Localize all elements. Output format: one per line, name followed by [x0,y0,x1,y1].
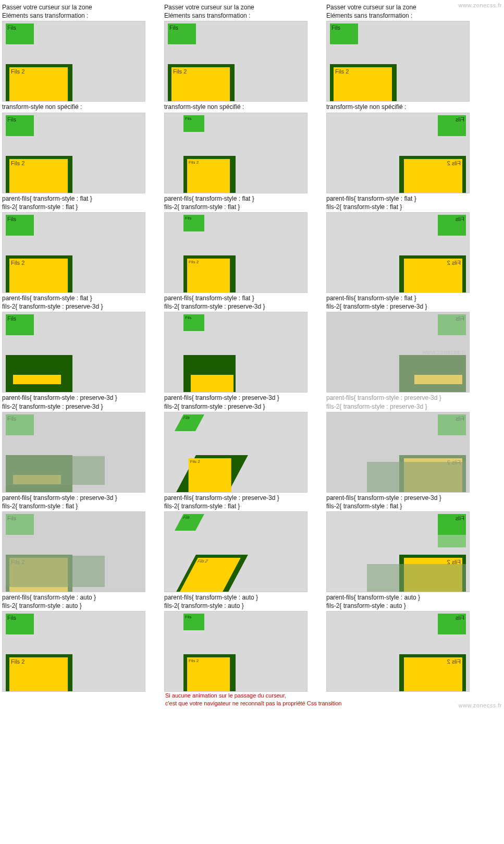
demo-col: parent-fils{ transform-style : preserve-… [326,493,477,592]
demo-stage[interactable]: FilsFils 2 [326,611,470,692]
fils2-box: Fils 2 [183,255,236,293]
fils2-inner: Fils 2 [9,259,68,293]
fils-box: Fils [6,115,34,136]
demo-stage[interactable]: Fils [164,312,308,393]
demo-col: transform-style non spécifié :FilsFils 2 [2,102,153,193]
demo-heading: transform-style non spécifié : [164,103,315,111]
demo-row: parent-fils{ transform-style : flat }fil… [2,193,502,293]
demo-stage[interactable]: FilsFils 2 [2,611,145,692]
fils2-inner: Fils 2 [334,67,392,102]
demo-heading: Passer votre curseur sur la zoneEléments… [164,3,315,20]
fils2-box: Fils 2 [171,555,248,592]
demo-col: Passer votre curseur sur la zoneEléments… [2,2,153,102]
demo-heading: parent-fils{ transform-style : preserve-… [2,394,153,410]
fils-box: Fils [6,614,34,634]
demo-heading: parent-fils{ transform-style : auto }fil… [326,593,477,610]
demo-stage[interactable]: Fils [2,312,145,393]
demo-stage[interactable]: FilsFils 2 [2,113,145,193]
fils-box: Fils [168,23,196,44]
overlay [367,462,466,493]
demo-stage[interactable]: FilsFils 2 [326,21,470,102]
demo-stage[interactable]: FilsFils 2 [326,113,470,193]
demo-stage[interactable]: FilsFils 2 [2,511,145,592]
fils2-box [399,355,466,393]
page-wrapper: { "watermarks":["www.zonecss.fr","www.zo… [0,0,504,710]
fils2-box: Fils 2 [6,156,72,193]
demo-stage[interactable]: FilsFils 2 [164,412,308,493]
demo-heading: Passer votre curseur sur la zoneEléments… [2,3,153,20]
fils-box: Fils [6,23,34,44]
fils2-inner: Fils 2 [9,657,68,692]
demo-heading: Passer votre curseur sur la zoneEléments… [326,3,477,20]
demo-col: parent-fils{ transform-style : flat }fil… [326,193,477,293]
fils2-inner: Fils 2 [187,159,230,193]
fils2-inner: Fils 2 [9,159,68,193]
demo-heading: parent-fils{ transform-style : preserve-… [2,494,153,510]
demo-stage[interactable]: FilsFils 2 [326,412,470,493]
overlay [6,556,105,587]
demo-col: parent-fils{ transform-style : flat }fil… [164,193,315,293]
demo-stage[interactable]: FilsFils 2 [164,21,308,102]
fils2-inner: Fils 2 [404,159,462,193]
fils-box: Fils [6,414,34,435]
demo-row: parent-fils{ transform-style : preserve-… [2,393,502,492]
fils-box: Fils [183,314,204,331]
warning-text: Si aucune animation sur le passage du cu… [165,692,502,707]
demo-heading: transform-style non spécifié : [326,103,477,111]
demo-heading: parent-fils{ transform-style : preserve-… [326,394,477,410]
demo-stage[interactable]: FilsFils 2 [2,212,145,293]
demo-heading: parent-fils{ transform-style : flat }fil… [2,294,153,311]
fils-box: Fils [6,314,34,335]
demo-stage[interactable]: FilsFils 2 [2,21,145,102]
demo-heading: parent-fils{ transform-style : auto }fil… [164,593,315,610]
demo-col: Passer votre curseur sur la zoneEléments… [326,2,477,102]
demo-stage[interactable]: Fils [2,412,145,493]
fils-box: Fils [175,414,204,431]
demo-stage[interactable]: FilsFils 2 [164,212,308,293]
watermark-inline: www.zonecss.fr [423,349,466,355]
demo-col: parent-fils{ transform-style : flat }fil… [2,193,153,293]
demo-col: parent-fils{ transform-style : preserve-… [2,393,153,492]
fils2-box: Fils 2 [399,156,466,193]
fils2-inner: Fils 2 [187,657,230,692]
demo-row: parent-fils{ transform-style : auto }fil… [2,592,502,692]
fils2-inner: Fils 2 [171,67,230,102]
fils2-inner: Fils 2 [179,558,241,592]
demo-col: parent-fils{ transform-style : flat }fil… [326,293,477,393]
fils2-box [6,355,72,393]
fils-box: Fils [438,215,466,236]
demo-col: parent-fils{ transform-style : preserve-… [164,493,315,592]
demo-heading: parent-fils{ transform-style : preserve-… [326,494,477,510]
demo-heading: transform-style non spécifié : [2,103,153,111]
demo-stage[interactable]: FilsFils 2 [164,113,308,193]
fils-box: Fils [438,314,466,335]
fils2-box: Fils 2 [6,255,72,293]
fils2-inner: Fils 2 [404,259,462,293]
demo-row: parent-fils{ transform-style : flat }fil… [2,293,502,393]
fils-box: Fils [438,414,466,435]
demo-row: Passer votre curseur sur la zoneEléments… [2,2,502,102]
demo-col: parent-fils{ transform-style : preserve-… [326,393,477,492]
demo-stage[interactable]: FilsFils 2 [164,611,308,692]
demo-row: parent-fils{ transform-style : preserve-… [2,493,502,592]
fils-box: Fils [183,614,204,630]
fils2-box: Fils 2 [183,654,236,692]
demo-heading: parent-fils{ transform-style : flat }fil… [2,194,153,211]
fils2-inner [191,375,233,393]
fils-box: Fils [183,115,204,132]
overlay [6,456,105,485]
demo-heading: parent-fils{ transform-style : flat }fil… [164,194,315,211]
demo-stage[interactable]: FilsFils 2 [326,511,470,592]
demo-grid: Passer votre curseur sur la zoneEléments… [2,2,502,692]
fils2-inner [414,375,462,384]
demo-stage[interactable]: FilsFils 2 [326,212,470,293]
demo-col: transform-style non spécifié :FilsFils 2 [164,102,315,193]
fils-box: Fils [183,215,204,231]
fils2-box: Fils 2 [171,455,248,493]
demo-stage[interactable]: FilsFils 2 [164,511,308,592]
demo-col: parent-fils{ transform-style : auto }fil… [164,592,315,692]
demo-stage[interactable]: Filswww.zonecss.fr [326,312,470,393]
fils2-box: Fils 2 [183,156,236,193]
demo-col: transform-style non spécifié :FilsFils 2 [326,102,477,193]
fils-box: Fils [438,115,466,136]
